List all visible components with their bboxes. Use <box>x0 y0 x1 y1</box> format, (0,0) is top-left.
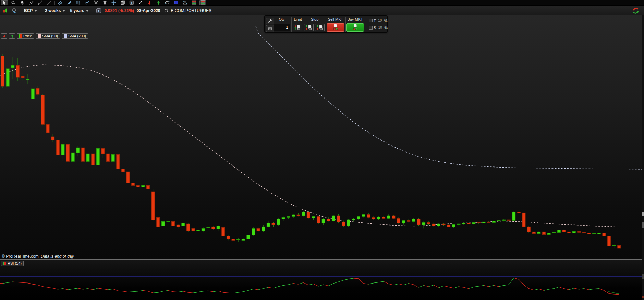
scrollbar-mark <box>642 274 644 279</box>
chevron-down-icon <box>86 10 89 12</box>
sell-market-button[interactable] <box>327 23 344 32</box>
sell-order-button[interactable] <box>1 33 7 39</box>
duplicate-icon[interactable] <box>119 0 126 5</box>
channel-icon[interactable] <box>57 0 64 5</box>
trade-panel: Qty Limit Stop Sell MKT Buy MKT T % S % <box>264 15 388 33</box>
segment-line-icon[interactable] <box>37 0 44 5</box>
toolbar-separator <box>54 1 55 5</box>
svg-text:T: T <box>131 1 133 5</box>
copyright-text: © ProRealTime.com <box>2 254 39 259</box>
sell-mkt-label: Sell MKT <box>326 17 345 21</box>
candlestick-style-icon[interactable] <box>2 8 8 14</box>
sell-arrow-icon[interactable] <box>146 0 153 5</box>
zigzag-waves-icon[interactable] <box>84 0 90 5</box>
fib-levels-icon[interactable] <box>75 0 82 5</box>
range-label: 5 years <box>70 8 84 13</box>
chart-candle-style-icon[interactable] <box>199 0 206 5</box>
price-chart-pane[interactable] <box>0 15 644 259</box>
drawing-tools-icon[interactable] <box>93 0 99 5</box>
alerts-bell-icon[interactable] <box>19 0 26 5</box>
vertical-scrollbar[interactable] <box>642 15 644 300</box>
target-pct-sign: % <box>384 19 388 23</box>
refresh-sync-icon[interactable] <box>632 7 640 14</box>
trading-platform-window: T BCP 2 weeks 5 years i 0.0891 (-5.21%) … <box>0 0 644 300</box>
feed-name: B.COM.PORTUGUES <box>171 8 211 13</box>
link-chart-icon[interactable] <box>11 8 17 14</box>
rectangle-icon[interactable] <box>173 0 180 5</box>
trailing-stop-order-button[interactable] <box>315 24 325 31</box>
feed-group: B.COM.PORTUGUES <box>163 8 211 14</box>
legend-sma200-chip[interactable]: SMA (200) <box>62 33 88 39</box>
rsi-canvas <box>0 260 644 300</box>
price-swatch-icon <box>19 34 22 38</box>
move-icon[interactable] <box>110 0 117 5</box>
magnifier-icon[interactable] <box>10 0 17 5</box>
target-label: T <box>374 19 376 23</box>
range-dropdown[interactable]: 5 years <box>69 8 89 14</box>
target-pct-input[interactable] <box>377 18 383 23</box>
eod-note: Data is end of day <box>41 254 74 259</box>
toolbar-separator <box>20 8 20 14</box>
chart-line-style-icon[interactable] <box>191 0 197 5</box>
buy-market-button[interactable] <box>346 23 364 32</box>
buy-arrow-icon[interactable] <box>155 0 162 5</box>
panel-separator <box>303 17 303 32</box>
text-label-icon[interactable]: T <box>128 0 135 5</box>
stop-order-button[interactable] <box>304 24 314 31</box>
buy-mkt-label: Buy MKT <box>346 17 364 21</box>
chart-footer: © ProRealTime.comData is end of day <box>2 254 74 259</box>
stop-label: Stop <box>304 17 326 21</box>
rsi-legend-chip[interactable]: RSI (14) <box>1 261 24 266</box>
panel-separator <box>291 17 292 32</box>
drawing-toolbar: T <box>0 0 644 6</box>
trend-line-icon[interactable] <box>46 0 52 5</box>
stoploss-label: S <box>374 26 376 30</box>
feed-status-icon <box>163 8 169 14</box>
ellipse-lasso-icon[interactable] <box>164 0 171 5</box>
limit-order-button[interactable] <box>293 24 302 31</box>
angle-lines-icon[interactable] <box>66 0 73 5</box>
toolbar-separator <box>93 8 93 14</box>
keyboard-icon <box>267 25 273 32</box>
target-checkbox[interactable] <box>369 19 373 22</box>
stoploss-checkbox[interactable] <box>369 26 373 30</box>
arrow-annotation-icon[interactable] <box>137 0 144 5</box>
chevron-down-icon <box>62 10 65 12</box>
price-chart-canvas[interactable] <box>0 15 644 259</box>
buy-order-button[interactable] <box>9 33 15 39</box>
rsi-label: RSI (14) <box>8 261 22 265</box>
trash-icon[interactable] <box>101 0 108 5</box>
timeframe-label: 2 weeks <box>45 8 61 13</box>
ruler-icon[interactable] <box>28 0 35 5</box>
scrollbar-thumb[interactable] <box>642 212 644 216</box>
sma50-swatch-icon <box>38 34 41 38</box>
sma200-line <box>256 26 644 169</box>
stoploss-pct-input[interactable] <box>377 25 383 30</box>
keyboard-entry-button[interactable] <box>266 25 274 32</box>
triangle-icon[interactable] <box>182 0 189 5</box>
legend-sma50-label: SMA (50) <box>42 34 58 38</box>
chevron-down-icon <box>34 10 37 12</box>
last-date: 03-Apr-2020 <box>137 8 160 13</box>
stoploss-pct-sign: % <box>384 26 388 30</box>
rsi-swatch-icon <box>3 262 6 265</box>
last-price-and-change: 0.0891 (-5.21%) <box>105 8 134 13</box>
legend-sma200-label: SMA (200) <box>68 34 86 38</box>
timeframe-dropdown[interactable]: 2 weeks <box>44 8 66 14</box>
sma50-line <box>0 65 622 227</box>
rsi-pane[interactable]: RSI (14) <box>0 260 644 300</box>
info-icon[interactable]: i <box>96 8 102 14</box>
chart-legend: Price SMA (50) SMA (200) <box>1 33 88 39</box>
sma200-swatch-icon <box>64 34 67 38</box>
scrollbar-mark <box>642 296 644 298</box>
wrench-icon <box>267 18 273 24</box>
symbol-dropdown[interactable]: BCP <box>23 8 38 14</box>
symbol-label: BCP <box>24 8 33 13</box>
quantity-input[interactable] <box>274 24 290 31</box>
qty-label: Qty <box>274 17 290 21</box>
svg-text:i: i <box>98 9 99 13</box>
legend-price-chip[interactable]: Price <box>17 33 34 39</box>
order-settings-button[interactable] <box>266 18 274 24</box>
legend-sma50-chip[interactable]: SMA (50) <box>36 33 60 39</box>
cursor-icon[interactable] <box>1 0 8 5</box>
